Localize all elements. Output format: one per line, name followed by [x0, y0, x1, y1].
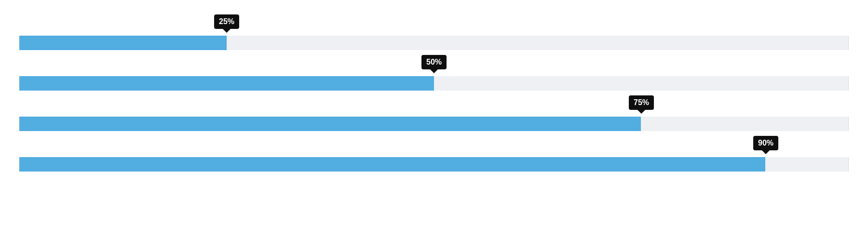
progress-bar-1: 25%: [19, 14, 849, 50]
progress-track: [19, 76, 849, 91]
progress-track: [19, 117, 849, 131]
progress-bars-group: 25% 50% 75% 90%: [19, 14, 849, 172]
progress-bar-3: 75%: [19, 95, 849, 131]
progress-bar-4: 90%: [19, 136, 849, 172]
progress-tooltip: 50%: [421, 55, 447, 69]
progress-fill: [19, 76, 434, 91]
progress-fill: [19, 157, 765, 172]
progress-track: [19, 157, 849, 172]
progress-track: [19, 36, 849, 50]
progress-tooltip: 90%: [753, 136, 778, 150]
progress-bar-2: 50%: [19, 55, 849, 91]
progress-tooltip: 75%: [629, 95, 654, 110]
progress-tooltip: 25%: [214, 14, 239, 29]
progress-fill: [19, 117, 641, 131]
progress-fill: [19, 36, 227, 50]
